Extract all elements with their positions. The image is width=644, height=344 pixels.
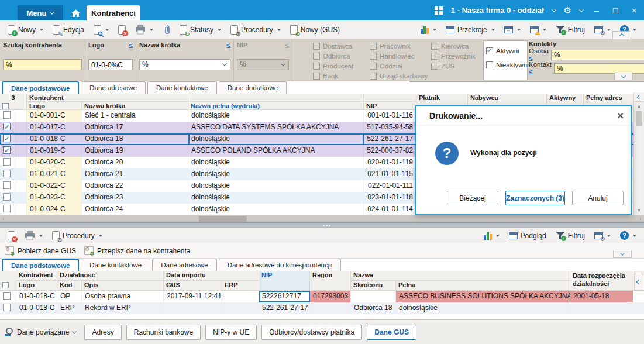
bottom-tab-nipy-w-ue[interactable]: NIP-y w UE: [205, 325, 257, 340]
header-nip[interactable]: NIP: [364, 102, 416, 110]
view-document-button[interactable]: [91, 23, 112, 36]
preview-button[interactable]: Podgląd: [506, 230, 549, 242]
new-gus-button[interactable]: ⚙Nowy (GUS): [287, 23, 343, 36]
header-nazwa[interactable]: Nazwa: [351, 271, 570, 281]
operator-icon[interactable]: ≤: [129, 42, 133, 50]
header-logo[interactable]: Logo: [27, 102, 82, 110]
scroll-up-arrow[interactable]: ▲: [634, 102, 644, 110]
horizontal-scrollbar[interactable]: ‹ ›: [0, 215, 644, 222]
scroll-left-arrow[interactable]: ‹: [0, 215, 7, 222]
header-nip[interactable]: NIP: [259, 271, 310, 291]
row-checkbox[interactable]: [3, 193, 11, 201]
header-skrocona[interactable]: Skrócona: [351, 281, 396, 291]
settings-warning-button[interactable]: [527, 25, 549, 35]
tab-gus-dane-podstawowe[interactable]: Dane podstawowe: [2, 259, 79, 271]
close-button[interactable]: ×: [629, 6, 639, 15]
pobierz-dane-gus-button[interactable]: Pobierz dane GUS: [5, 246, 76, 255]
menu-button[interactable]: Menu: [18, 5, 63, 20]
gear-icon[interactable]: ⚙: [564, 5, 571, 16]
collapse-filter-button[interactable]: [612, 31, 631, 40]
tab-dane-kontaktowe[interactable]: Dane kontaktowe: [147, 81, 217, 94]
attachments-button[interactable]: [160, 23, 173, 36]
expand-section-button[interactable]: [613, 250, 632, 258]
row-checkbox[interactable]: [3, 111, 11, 119]
chart-button[interactable]: [481, 230, 502, 242]
row-checkbox-checked[interactable]: [3, 123, 11, 130]
header-kontrahent[interactable]: Kontrahent: [27, 94, 188, 102]
przepisz-dane-button[interactable]: Przepisz dane na kontrahenta: [84, 246, 190, 255]
chevron-down-icon[interactable]: [551, 7, 556, 12]
tab-gus-dane-korespondencja[interactable]: Dane adresowe do korespondencjii: [219, 259, 342, 271]
modules-grid-icon[interactable]: [435, 6, 443, 15]
chevron-down-icon[interactable]: [579, 7, 584, 12]
header-pelna[interactable]: Pełna: [396, 281, 570, 291]
procedures-button[interactable]: ⚙Procedury: [228, 23, 284, 36]
tab-dane-dodatkowe[interactable]: Dane dodatkowe: [219, 81, 287, 94]
header-regon[interactable]: Regon: [310, 271, 351, 291]
view-settings-button[interactable]: [591, 231, 614, 241]
header-data-rozpoczecia[interactable]: Data rozpoczęcia działalności: [570, 271, 633, 291]
vertical-scrollbar[interactable]: ▲ ▼: [633, 92, 644, 215]
header-nazwa-krotka[interactable]: Nazwa krótka: [82, 102, 188, 110]
logo-input[interactable]: [88, 59, 133, 70]
splitter-handle[interactable]: •••: [322, 224, 333, 228]
scroll-right-arrow[interactable]: ›: [637, 215, 644, 222]
gus-table-row[interactable]: 01-0-018-C ERP Rekord w ERP 522-261-27-1…: [0, 302, 644, 314]
select-all-checkbox[interactable]: [2, 103, 9, 109]
company-selector[interactable]: 1 - Nasza firma 0 - oddział: [451, 6, 544, 15]
dane-powiazane-button[interactable]: Dane powiązane: [5, 328, 76, 336]
row-checkbox-checked[interactable]: [3, 135, 11, 142]
header-erp[interactable]: ERP: [222, 281, 259, 291]
procedures-button[interactable]: ⚙Procedury: [49, 229, 105, 242]
select-all-checkbox[interactable]: [2, 282, 9, 288]
tab-kontrahenci[interactable]: Kontrahenci: [87, 5, 140, 20]
header-opis[interactable]: Opis: [82, 281, 164, 291]
header-dzialalnosc[interactable]: Działalność: [57, 271, 164, 281]
bottom-tab-rachunki-bankowe[interactable]: Rachunki bankowe: [126, 325, 201, 340]
bottom-tab-dane-gus[interactable]: Dane GUS: [367, 325, 416, 340]
tab-dane-podstawowe[interactable]: Dane podstawowe: [2, 81, 79, 94]
nazwa-krotka-select[interactable]: %: [139, 59, 230, 70]
row-checkbox[interactable]: [3, 170, 11, 177]
bottom-tab-adresy[interactable]: Adresy: [84, 325, 121, 340]
operator-icon[interactable]: ≤: [529, 68, 533, 76]
row-checkbox[interactable]: [3, 304, 11, 311]
header-logo[interactable]: Logo: [16, 281, 57, 291]
statuses-button[interactable]: ↻Statusy: [177, 23, 224, 36]
scroll-down-arrow[interactable]: ▼: [634, 206, 644, 214]
print-button[interactable]: [132, 23, 156, 36]
row-checkbox[interactable]: [3, 292, 11, 300]
gus-table-row[interactable]: 01-0-018-C OP Osoba prawna 2017-09-11 12…: [0, 291, 644, 302]
bottom-tab-odbiorcy-dostawcy[interactable]: Odbiorcy/dostawcy płatnika: [261, 325, 362, 340]
operator-icon[interactable]: ≤: [226, 42, 230, 50]
checkbox[interactable]: [486, 61, 493, 68]
views-button[interactable]: Przekroje: [443, 24, 498, 36]
row-checkbox[interactable]: [3, 158, 11, 166]
scrollbar-thumb[interactable]: [636, 111, 642, 126]
tab-gus-dane-adresowe[interactable]: Dane adresowe: [152, 259, 217, 271]
szukaj-input[interactable]: [3, 59, 82, 70]
collapse-columns-button[interactable]: [634, 92, 644, 102]
collapse-columns-button[interactable]: [634, 274, 643, 290]
header-data-importu[interactable]: Data importu: [164, 271, 259, 281]
header-kod[interactable]: Kod: [57, 281, 82, 291]
section-splitter[interactable]: •••: [0, 222, 644, 228]
chart-button[interactable]: [418, 24, 439, 36]
row-checkbox[interactable]: [3, 181, 11, 189]
print-button[interactable]: [22, 229, 46, 242]
maximize-button[interactable]: □: [610, 6, 621, 15]
view-settings-button[interactable]: [591, 25, 614, 35]
filter-button[interactable]: Filtruj: [553, 23, 588, 36]
minimize-button[interactable]: –: [591, 6, 602, 15]
tab-gus-dane-kontaktowe[interactable]: Dane kontaktowe: [81, 259, 150, 271]
tab-dane-adresowe[interactable]: Dane adresowe: [81, 81, 146, 94]
home-button[interactable]: [67, 5, 84, 20]
zaznaczonych-button[interactable]: Zaznaczonych (3): [505, 191, 565, 205]
scrollbar-thumb[interactable]: [199, 216, 247, 222]
anuluj-button[interactable]: Anuluj: [572, 191, 624, 205]
header-gus[interactable]: GUS: [164, 281, 222, 291]
checkbox-checked[interactable]: [486, 47, 493, 54]
header-kontrahent[interactable]: Kontrahent: [16, 271, 57, 281]
dialog-close-icon[interactable]: ×: [617, 110, 624, 121]
edit-button[interactable]: ✎Edycja: [50, 23, 87, 36]
